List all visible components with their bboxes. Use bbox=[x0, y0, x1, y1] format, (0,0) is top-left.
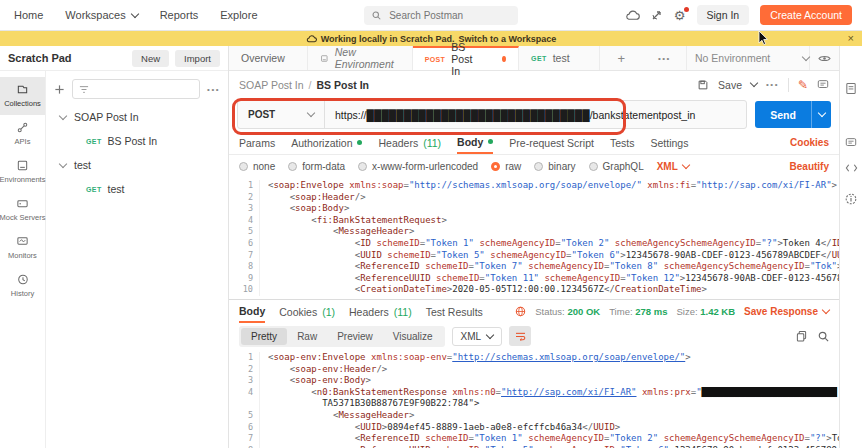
global-search[interactable] bbox=[364, 6, 518, 25]
tab-pre-request-script[interactable]: Pre-request Script bbox=[509, 131, 594, 154]
tab-headers[interactable]: Headers(11) bbox=[378, 131, 441, 154]
beautify-link[interactable]: Beautify bbox=[790, 161, 829, 172]
mode-x-www-form-urlencoded[interactable]: x-www-form-urlencoded bbox=[358, 161, 478, 172]
scratch-pad-banner: Working locally in Scratch Pad. Switch t… bbox=[0, 31, 862, 46]
body-mode-row: none form-data x-www-form-urlencoded raw… bbox=[229, 155, 839, 177]
request-more-actions-icon[interactable]: ••• bbox=[766, 80, 779, 89]
copy-icon[interactable] bbox=[796, 330, 807, 342]
sidebar-item-collections[interactable]: Collections bbox=[0, 77, 45, 115]
nav-home[interactable]: Home bbox=[14, 9, 43, 21]
code-text: <soap:Header/> bbox=[268, 192, 839, 204]
save-response-button[interactable]: Save Response bbox=[744, 306, 829, 317]
collection-folder-test[interactable]: test bbox=[46, 153, 228, 177]
mode-raw[interactable]: raw bbox=[491, 161, 521, 172]
code-line: 6 <UUID>0894ef45-8889-1aeb-a0e8-efcffcb4… bbox=[229, 422, 839, 434]
tab-label: Overview bbox=[241, 52, 285, 64]
sidebar-item-mock-servers[interactable]: Mock Servers bbox=[0, 191, 45, 229]
view-preview[interactable]: Preview bbox=[327, 328, 383, 345]
view-raw[interactable]: Raw bbox=[287, 328, 327, 345]
time-label: Time: bbox=[609, 306, 632, 317]
tab-tests[interactable]: Tests bbox=[610, 131, 635, 154]
send-options-chevron-icon[interactable] bbox=[811, 101, 831, 128]
create-account-button[interactable]: Create Account bbox=[760, 5, 852, 25]
tab-options-icon[interactable]: ••• bbox=[643, 46, 686, 70]
search-response-icon[interactable] bbox=[818, 331, 829, 342]
network-info-icon[interactable] bbox=[515, 306, 526, 317]
tab-response-body[interactable]: Body bbox=[239, 300, 265, 323]
mode-binary[interactable]: binary bbox=[534, 161, 575, 172]
settings-gear-icon[interactable]: ⚙ bbox=[674, 9, 686, 22]
response-language-selector[interactable]: XML bbox=[452, 327, 503, 346]
request-item-bs-post-in[interactable]: GET BS Post In bbox=[46, 129, 228, 153]
tab-settings[interactable]: Settings bbox=[650, 131, 688, 154]
tab-test[interactable]: GET test bbox=[519, 46, 600, 70]
mode-none[interactable]: none bbox=[239, 161, 275, 172]
capture-requests-icon[interactable] bbox=[651, 9, 663, 21]
method-selector[interactable]: POST bbox=[238, 109, 324, 120]
monitors-icon bbox=[16, 235, 29, 248]
collection-folder-soap-post-in[interactable]: SOAP Post In bbox=[46, 105, 228, 129]
size-label: Size: bbox=[676, 306, 697, 317]
more-actions-icon[interactable]: ••• bbox=[207, 85, 220, 94]
size-value: 1.42 KB bbox=[700, 306, 735, 317]
radio-icon bbox=[589, 162, 598, 171]
response-tools bbox=[796, 330, 829, 342]
search-input[interactable] bbox=[387, 9, 491, 22]
collection-tree: ••• SOAP Post In GET BS Post In test bbox=[46, 71, 228, 448]
search-icon bbox=[372, 11, 381, 20]
nav-workspaces[interactable]: Workspaces bbox=[65, 9, 137, 21]
tab-response-headers[interactable]: Headers(11) bbox=[349, 300, 412, 323]
documentation-icon[interactable] bbox=[845, 82, 857, 95]
nav-explore[interactable]: Explore bbox=[220, 9, 257, 21]
tab-label: test bbox=[553, 52, 570, 64]
view-visualize[interactable]: Visualize bbox=[383, 328, 443, 345]
tab-response-cookies[interactable]: Cookies(1) bbox=[279, 300, 335, 323]
code-snippet-icon[interactable] bbox=[845, 163, 858, 173]
new-button[interactable]: New bbox=[132, 50, 169, 67]
new-tab-button[interactable]: + bbox=[600, 46, 643, 70]
wrap-lines-icon[interactable] bbox=[509, 326, 531, 346]
offline-cloud-icon[interactable] bbox=[625, 10, 640, 21]
history-icon bbox=[16, 273, 29, 286]
mode-graphql[interactable]: GraphQL bbox=[589, 161, 644, 172]
sidebar-item-monitors[interactable]: Monitors bbox=[0, 229, 45, 267]
mode-form-data[interactable]: form-data bbox=[288, 161, 345, 172]
comments-panel-icon[interactable] bbox=[845, 137, 857, 148]
save-options-chevron-icon[interactable] bbox=[750, 79, 758, 87]
import-button[interactable]: Import bbox=[175, 50, 220, 67]
sign-in-button[interactable]: Sign In bbox=[697, 5, 750, 25]
tab-test-results[interactable]: Test Results bbox=[426, 300, 483, 323]
language-selector[interactable]: XML bbox=[657, 161, 689, 172]
tab-params[interactable]: Params bbox=[239, 131, 275, 154]
edit-icon[interactable]: ✎ bbox=[798, 78, 808, 92]
comments-icon[interactable] bbox=[817, 79, 829, 90]
code-text: TA5371B30B88767E9F90B22:784"> bbox=[268, 398, 839, 410]
plus-icon: + bbox=[618, 51, 626, 66]
tab-body[interactable]: Body bbox=[457, 131, 493, 154]
url-input[interactable]: https://██████████████████████████████/b… bbox=[324, 101, 746, 128]
environment-quick-look-icon[interactable] bbox=[809, 46, 839, 70]
code-text: <soap:Body> bbox=[268, 203, 839, 215]
tab-bs-post-in[interactable]: POST BS Post In bbox=[413, 46, 519, 70]
sidebar-item-history[interactable]: History bbox=[0, 267, 45, 305]
tab-overview[interactable]: Overview bbox=[229, 46, 308, 70]
code-text: <n0:BankStatementResponse xmlns:n0="http… bbox=[268, 387, 839, 399]
close-icon[interactable]: × bbox=[848, 31, 854, 46]
filter-collections-input[interactable] bbox=[72, 79, 200, 99]
info-icon[interactable] bbox=[845, 193, 857, 205]
add-icon[interactable] bbox=[54, 84, 65, 95]
language-label: XML bbox=[461, 331, 482, 342]
sidebar-item-environments[interactable]: Environments bbox=[0, 153, 45, 191]
tab-authorization[interactable]: Authorization bbox=[291, 131, 362, 154]
cookies-link[interactable]: Cookies bbox=[790, 131, 829, 154]
breadcrumb-collection[interactable]: SOAP Post In bbox=[239, 79, 304, 91]
tab-new-environment[interactable]: New Environment bbox=[308, 46, 413, 70]
request-item-test[interactable]: GET test bbox=[46, 177, 228, 201]
request-body-editor[interactable]: 1<soap:Envelope xmlns:soap="http://schem… bbox=[229, 177, 839, 299]
nav-reports[interactable]: Reports bbox=[160, 9, 199, 21]
view-pretty[interactable]: Pretty bbox=[241, 328, 287, 345]
send-button[interactable]: Send bbox=[755, 101, 831, 128]
sidebar-item-apis[interactable]: APIs bbox=[0, 115, 45, 153]
save-button[interactable]: Save bbox=[718, 79, 742, 91]
environment-selector[interactable]: No Environment bbox=[686, 46, 839, 70]
